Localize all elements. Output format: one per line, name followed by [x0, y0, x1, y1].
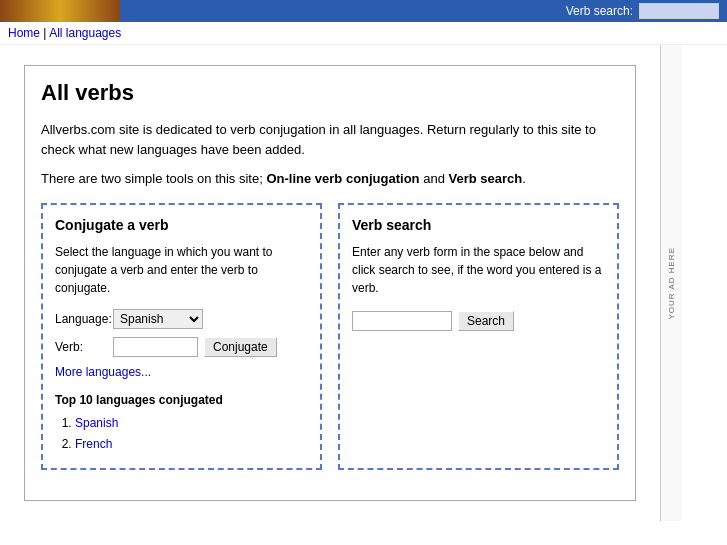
conjugate-box-description: Select the language in which you want to…	[55, 243, 308, 297]
language-row: Language: Spanish French German Italian …	[55, 309, 308, 329]
verb-search-box-description: Enter any verb form in the space below a…	[352, 243, 605, 297]
logo-area	[0, 0, 120, 22]
tools-text-end: .	[522, 171, 526, 186]
ad-text: YOUR AD HERE	[667, 247, 676, 319]
tools-text-before: There are two simple tools on this site;	[41, 171, 266, 186]
conjugate-box-title: Conjugate a verb	[55, 217, 308, 233]
top10-section: Top 10 languages conjugated Spanish Fren…	[55, 393, 308, 456]
list-item: Spanish	[75, 413, 308, 435]
intro-text: Allverbs.com site is dedicated to verb c…	[41, 120, 619, 159]
tools-text: There are two simple tools on this site;…	[41, 169, 619, 189]
header: Verb search:	[0, 0, 727, 22]
search-row: Search	[352, 311, 605, 331]
tools-text-mid: and	[420, 171, 449, 186]
right-sidebar-ad: YOUR AD HERE	[660, 45, 682, 521]
verb-search-label: Verb search:	[566, 4, 633, 18]
verb-input[interactable]	[113, 337, 198, 357]
search-button[interactable]: Search	[458, 311, 514, 331]
header-verb-search-input[interactable]	[639, 3, 719, 19]
verb-row: Verb: Conjugate	[55, 337, 308, 357]
verb-search-box-title: Verb search	[352, 217, 605, 233]
verb-label: Verb:	[55, 340, 113, 354]
page-title: All verbs	[41, 80, 619, 106]
verb-search-box: Verb search Enter any verb form in the s…	[338, 203, 619, 470]
language-label: Language:	[55, 312, 113, 326]
home-link[interactable]: Home	[8, 26, 40, 40]
list-item-link-french[interactable]: French	[75, 437, 112, 451]
conjugate-box: Conjugate a verb Select the language in …	[41, 203, 322, 470]
list-item: French	[75, 434, 308, 456]
more-languages-link[interactable]: More languages...	[55, 365, 308, 379]
breadcrumb: Home | All languages	[0, 22, 727, 45]
list-item-link-spanish[interactable]: Spanish	[75, 416, 118, 430]
tools-row: Conjugate a verb Select the language in …	[41, 203, 619, 470]
tools-text-bold2: Verb search	[448, 171, 522, 186]
conjugate-button[interactable]: Conjugate	[204, 337, 277, 357]
top10-title: Top 10 languages conjugated	[55, 393, 308, 407]
layout: All verbs Allverbs.com site is dedicated…	[0, 45, 727, 521]
content-border: All verbs Allverbs.com site is dedicated…	[24, 65, 636, 501]
all-languages-link[interactable]: All languages	[49, 26, 121, 40]
tools-text-bold1: On-line verb conjugation	[266, 171, 419, 186]
language-select[interactable]: Spanish French German Italian Portuguese	[113, 309, 203, 329]
search-input[interactable]	[352, 311, 452, 331]
main-content: All verbs Allverbs.com site is dedicated…	[0, 45, 660, 521]
top10-list: Spanish French	[55, 413, 308, 456]
